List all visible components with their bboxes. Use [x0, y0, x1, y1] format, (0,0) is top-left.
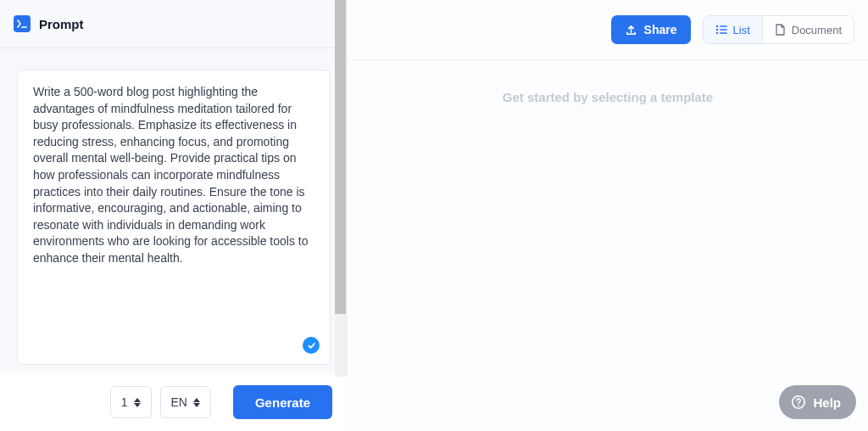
tab-list[interactable]: List — [704, 16, 762, 43]
left-scrollbar[interactable] — [335, 0, 348, 377]
svg-rect-1 — [720, 25, 727, 27]
prompt-icon — [14, 15, 31, 32]
svg-rect-5 — [720, 32, 727, 34]
prompt-textarea[interactable] — [33, 84, 314, 321]
svg-point-2 — [715, 29, 717, 31]
generate-button[interactable]: Generate — [233, 385, 332, 419]
tab-list-label: List — [733, 24, 750, 36]
share-label: Share — [644, 23, 677, 36]
right-panel: Share List — [348, 0, 868, 431]
help-button[interactable]: Help — [779, 385, 856, 419]
app-root: Prompt 1 EN — [0, 0, 868, 431]
document-icon — [775, 24, 786, 36]
empty-state-text: Get started by selecting a template — [503, 90, 713, 431]
prompt-title: Prompt — [39, 17, 84, 31]
share-button[interactable]: Share — [611, 15, 691, 44]
quantity-value: 1 — [121, 395, 128, 409]
prompt-area — [0, 48, 348, 373]
help-label: Help — [813, 395, 841, 410]
list-icon — [715, 25, 727, 35]
share-icon — [625, 24, 637, 36]
scrollbar-thumb[interactable] — [335, 0, 346, 314]
language-arrows-icon — [193, 398, 200, 407]
right-empty-state: Get started by selecting a template — [348, 60, 868, 431]
stepper-arrows-icon — [134, 398, 141, 407]
svg-point-0 — [715, 25, 717, 27]
check-icon[interactable] — [303, 337, 320, 354]
language-selector[interactable]: EN — [160, 386, 211, 418]
quantity-stepper[interactable]: 1 — [110, 386, 152, 418]
language-value: EN — [171, 395, 187, 409]
view-segmented-control: List Document — [703, 15, 854, 44]
prompt-card — [17, 70, 331, 365]
tab-document[interactable]: Document — [762, 16, 854, 43]
right-topbar: Share List — [348, 0, 868, 60]
left-panel: Prompt 1 EN — [0, 0, 348, 431]
controls-row: 1 EN Generate — [0, 373, 348, 431]
svg-point-7 — [798, 405, 800, 406]
help-icon — [791, 395, 806, 410]
svg-rect-3 — [720, 29, 727, 31]
svg-point-4 — [715, 32, 717, 34]
tab-document-label: Document — [792, 24, 842, 36]
prompt-header: Prompt — [0, 0, 348, 48]
